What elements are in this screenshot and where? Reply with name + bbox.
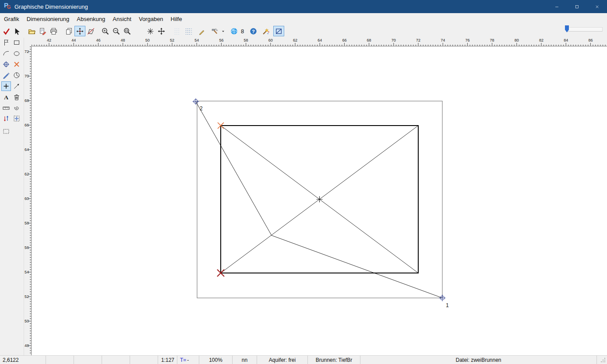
open-folder-icon[interactable] bbox=[26, 26, 37, 36]
window-controls bbox=[547, 0, 607, 13]
svg-text:68: 68 bbox=[25, 98, 29, 103]
menu-dimensionierung[interactable]: Dimensionierung bbox=[23, 14, 73, 24]
close-button[interactable] bbox=[587, 0, 607, 13]
svg-text:42: 42 bbox=[47, 38, 51, 42]
tools-hammer-icon[interactable] bbox=[209, 26, 220, 36]
status-scale: 1:127 bbox=[158, 356, 177, 364]
maximize-button[interactable] bbox=[567, 0, 587, 13]
pen-blue-icon[interactable] bbox=[1, 70, 11, 80]
svg-text:72: 72 bbox=[25, 49, 29, 54]
app-window: PG Graphische Dimensionierung GrafikDime… bbox=[0, 0, 607, 364]
svg-text:86: 86 bbox=[588, 38, 593, 42]
menu-ansicht[interactable]: Ansicht bbox=[109, 14, 135, 24]
measure-arrow-icon[interactable] bbox=[12, 81, 21, 91]
status-empty-2 bbox=[74, 356, 102, 364]
menu-grafik[interactable]: Grafik bbox=[0, 14, 23, 24]
trash-icon[interactable] bbox=[12, 92, 21, 102]
progress-track bbox=[566, 27, 603, 32]
grid-dark-icon[interactable] bbox=[183, 26, 194, 36]
ruler-icon[interactable] bbox=[1, 103, 11, 113]
menu-vorgaben[interactable]: Vorgaben bbox=[135, 14, 167, 24]
help-icon[interactable]: ? bbox=[248, 26, 259, 36]
zoom-in-icon[interactable] bbox=[100, 26, 111, 36]
menu-absenkung[interactable]: Absenkung bbox=[73, 14, 109, 24]
svg-text:64: 64 bbox=[25, 147, 29, 152]
svg-text:76: 76 bbox=[465, 38, 469, 42]
arc-icon[interactable] bbox=[1, 49, 11, 58]
ruler-corner bbox=[24, 38, 32, 46]
svg-text:80: 80 bbox=[515, 38, 519, 42]
status-file: Datei: zweiBrunnen bbox=[360, 356, 597, 364]
style-pen-icon[interactable] bbox=[197, 26, 208, 36]
rect-icon[interactable] bbox=[12, 38, 21, 47]
plus-icon[interactable] bbox=[1, 81, 11, 91]
wizard-icon[interactable] bbox=[261, 26, 272, 36]
sector-icon[interactable] bbox=[12, 70, 21, 80]
drawing: 21 bbox=[32, 46, 607, 355]
window-title: Graphische Dimensionierung bbox=[14, 4, 88, 10]
svg-text:82: 82 bbox=[539, 38, 543, 42]
confirm-check-icon[interactable] bbox=[1, 26, 12, 36]
svg-text:50: 50 bbox=[145, 38, 150, 42]
toolbar: 8? bbox=[0, 24, 607, 38]
resize-grip[interactable] bbox=[600, 356, 607, 364]
svg-text:?: ? bbox=[252, 28, 255, 34]
grid-light-icon[interactable] bbox=[172, 26, 183, 36]
svg-text:62: 62 bbox=[293, 38, 297, 42]
status-well-type: Brunnen: TiefBr bbox=[308, 356, 360, 364]
progress-slider[interactable] bbox=[565, 25, 603, 33]
selection-rect-icon[interactable] bbox=[1, 126, 11, 136]
status-bar: 2,61221:127T= -100%nnAquifer: freiBrunne… bbox=[0, 355, 607, 364]
center-mark-icon[interactable] bbox=[145, 26, 156, 36]
spiral-icon[interactable] bbox=[12, 103, 21, 113]
drawing-canvas[interactable]: 21 bbox=[32, 46, 607, 355]
svg-text:2: 2 bbox=[200, 105, 203, 112]
ellipse-icon[interactable] bbox=[12, 49, 21, 58]
pan-arrows-icon[interactable] bbox=[156, 26, 167, 36]
minimize-icon bbox=[554, 4, 559, 9]
x-marker-icon[interactable] bbox=[12, 60, 21, 69]
well-symbol-icon[interactable] bbox=[1, 60, 11, 69]
pointer-icon[interactable] bbox=[12, 26, 23, 36]
svg-text:48: 48 bbox=[25, 343, 29, 348]
svg-text:60: 60 bbox=[25, 196, 29, 201]
horizontal-ruler-ticks: 4244464850525456586062646668707274767880… bbox=[32, 38, 607, 46]
select-move-icon[interactable] bbox=[12, 114, 21, 123]
print-icon[interactable] bbox=[48, 26, 59, 36]
sort-arrows-icon[interactable] bbox=[1, 114, 11, 123]
zoom-window-icon[interactable] bbox=[122, 26, 133, 36]
title-bar: PG Graphische Dimensionierung bbox=[0, 0, 607, 13]
svg-text:52: 52 bbox=[170, 38, 174, 42]
svg-text:1: 1 bbox=[446, 302, 449, 308]
svg-text:54: 54 bbox=[194, 38, 199, 42]
move-point-icon[interactable] bbox=[74, 26, 85, 36]
svg-text:70: 70 bbox=[392, 38, 396, 42]
status-aquifer: Aquifer: frei bbox=[257, 356, 308, 364]
status-empty-4 bbox=[130, 356, 158, 364]
app-icon: PG bbox=[4, 2, 12, 11]
zoom-out-icon[interactable] bbox=[111, 26, 122, 36]
zoom-extents-icon[interactable] bbox=[273, 26, 284, 36]
well-count-label: 8 bbox=[240, 28, 245, 35]
flag-icon[interactable] bbox=[1, 38, 11, 47]
save-edit-icon[interactable] bbox=[37, 26, 48, 36]
svg-text:56: 56 bbox=[219, 38, 223, 42]
vertical-ruler: 72706866646260585654525048 bbox=[24, 46, 32, 355]
minimize-button[interactable] bbox=[547, 0, 567, 13]
globe-icon[interactable] bbox=[229, 26, 240, 36]
svg-text:66: 66 bbox=[25, 123, 29, 127]
status-empty-1 bbox=[46, 356, 74, 364]
svg-text:56: 56 bbox=[25, 245, 29, 250]
left-toolbar: A bbox=[0, 38, 24, 355]
polygon-clip-icon[interactable] bbox=[85, 26, 96, 36]
copy-icon[interactable] bbox=[64, 26, 74, 36]
status-transmissivity: T= - bbox=[177, 356, 199, 364]
svg-text:48: 48 bbox=[121, 38, 125, 42]
menu-hilfe[interactable]: Hilfe bbox=[167, 14, 186, 24]
svg-text:62: 62 bbox=[25, 172, 29, 176]
svg-text:46: 46 bbox=[96, 38, 100, 42]
svg-text:74: 74 bbox=[441, 38, 445, 42]
text-icon[interactable]: A bbox=[1, 92, 11, 102]
dropdown-caret-icon[interactable] bbox=[220, 26, 226, 36]
status-mode: nn bbox=[233, 356, 257, 364]
